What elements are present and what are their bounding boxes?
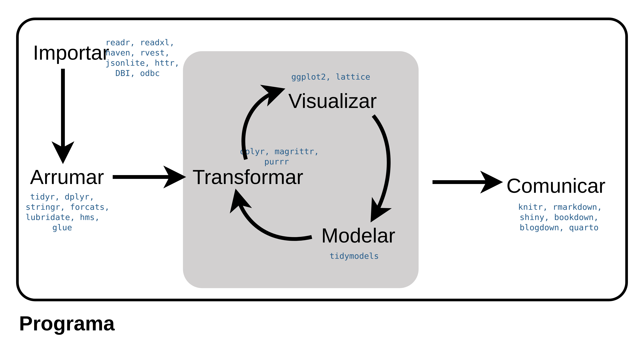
packages-tidy: tidyr, dplyr, stringr, forcats, lubridat… bbox=[26, 192, 99, 233]
packages-visualize: ggplot2, lattice bbox=[290, 72, 372, 82]
program-title: Programa bbox=[19, 312, 115, 335]
stage-communicate: Comunicar bbox=[506, 176, 606, 196]
stage-import: Importar bbox=[33, 42, 109, 63]
packages-import: readr, readxl, haven, rvest, jsonlite, h… bbox=[106, 37, 170, 78]
packages-model: tidymodels bbox=[328, 251, 380, 261]
stage-transform: Transformar bbox=[192, 167, 303, 187]
stage-model: Modelar bbox=[321, 225, 395, 246]
packages-communicate: knitr, rmarkdown, shiny, bookdown, blogd… bbox=[518, 202, 600, 233]
stage-visualize: Visualizar bbox=[288, 91, 377, 111]
packages-transform: dplyr, magrittr, purrr bbox=[240, 146, 313, 167]
stage-tidy: Arrumar bbox=[30, 167, 104, 187]
